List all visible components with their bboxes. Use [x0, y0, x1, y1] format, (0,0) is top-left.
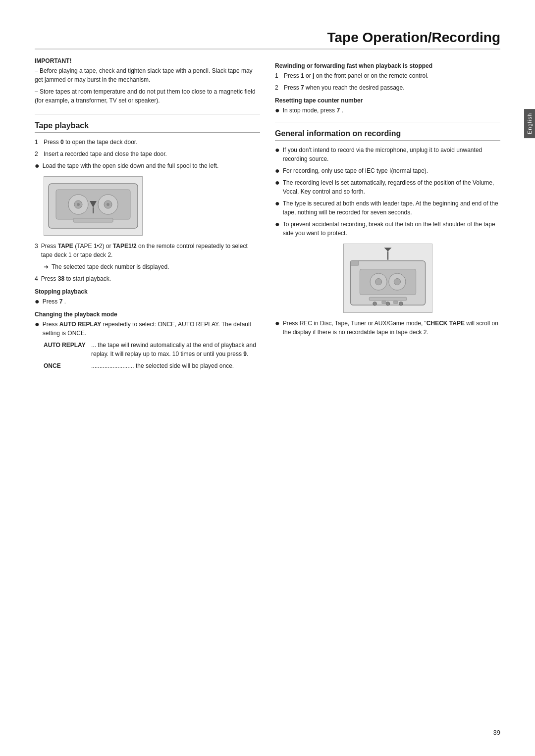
main-content: IMPORTANT! – Before playing a tape, chec… — [35, 57, 500, 373]
gen-bullet-1: ● If you don't intend to record via the … — [275, 146, 500, 163]
resetting-list: ● In stop mode, press 7 . — [275, 106, 500, 115]
divider-right — [275, 122, 500, 122]
gen-bullet-4: ● The type is secured at both ends with … — [275, 199, 500, 217]
page-title: Tape Operation/Recording — [35, 30, 500, 50]
svg-point-10 — [107, 203, 109, 206]
cassette-svg-top — [46, 179, 140, 233]
important-box: IMPORTANT! – Before playing a tape, chec… — [35, 57, 260, 105]
gen-bullet-5: ● To prevent accidental recording, break… — [275, 220, 500, 238]
once-desc: ONCE .......................... the sele… — [35, 361, 260, 370]
gen-bullet-3: ● The recording level is set automatical… — [275, 178, 500, 196]
bullet-load-tape: ● Load the tape with the open side down … — [35, 161, 260, 170]
general-recording-header: General information on recording — [275, 129, 500, 141]
svg-point-9 — [77, 203, 80, 206]
tape-image-bottom — [343, 244, 432, 313]
page: English Tape Operation/Recording IMPORTA… — [0, 0, 535, 756]
rewinding-steps: 1 Press 1 or j on the front panel or on … — [275, 71, 500, 92]
svg-marker-19 — [384, 248, 391, 252]
last-bullet-list: ● Press REC in Disc, Tape, Tuner or AUX/… — [275, 319, 500, 337]
svg-point-22 — [386, 302, 390, 306]
changing-list: ● Press AUTO REPLAY repeatedly to select… — [35, 320, 260, 338]
cassette-svg-bottom — [346, 247, 430, 310]
right-column: Rewinding or forwarding fast when playba… — [275, 57, 500, 373]
left-column: IMPORTANT! – Before playing a tape, chec… — [35, 57, 260, 373]
general-bullets: ● If you don't intend to record via the … — [275, 146, 500, 238]
svg-rect-24 — [381, 301, 386, 304]
resetting-bullet: ● In stop mode, press 7 . — [275, 106, 500, 115]
svg-point-14 — [375, 278, 381, 285]
last-bullet: ● Press REC in Disc, Tape, Tuner or AUX/… — [275, 319, 500, 337]
arrow-selected-deck: ➜ The selected tape deck number is displ… — [35, 262, 260, 271]
rewinding-header: Rewinding or forwarding fast when playba… — [275, 62, 500, 69]
tape-playback-steps: 1 Press 0 to open the tape deck door. 2 … — [35, 138, 260, 158]
changing-bullet: ● Press AUTO REPLAY repeatedly to select… — [35, 320, 260, 338]
svg-rect-17 — [369, 297, 407, 301]
step-3: 3 Press TAPE (TAPE 1•2) or TAPE1/2 on th… — [35, 242, 260, 259]
stopping-header: Stopping playback — [35, 288, 260, 295]
rewind-step-1: 1 Press 1 or j on the front panel or on … — [275, 71, 500, 80]
step-3-wrapper: 3 Press TAPE (TAPE 1•2) or TAPE1/2 on th… — [35, 242, 260, 259]
rewind-step-2: 2 Press 7 when you reach the desired pas… — [275, 83, 500, 92]
stopping-list: ● Press 7 . — [35, 297, 260, 306]
changing-header: Changing the playback mode — [35, 311, 260, 318]
step-4: 4 Press 38 to start playback. — [35, 274, 260, 283]
step-1: 1 Press 0 to open the tape deck door. — [35, 138, 260, 147]
resetting-header: Resetting tape counter number — [275, 97, 500, 104]
svg-point-23 — [399, 302, 403, 306]
divider-1 — [35, 114, 260, 114]
svg-rect-6 — [73, 218, 113, 222]
gen-bullet-2: ● For recording, only use tape of IEC ty… — [275, 166, 500, 175]
english-tab: English — [524, 109, 535, 138]
svg-point-16 — [394, 278, 400, 285]
tape-playback-header: Tape playback — [35, 121, 260, 133]
auto-replay-desc: AUTO REPLAY ... the tape will rewind aut… — [35, 341, 260, 358]
svg-point-21 — [373, 302, 376, 306]
important-line-2: – Store tapes at room temperature and do… — [35, 87, 260, 105]
svg-rect-12 — [360, 269, 416, 295]
page-number: 39 — [493, 729, 500, 736]
step-2: 2 Insert a recorded tape and close the t… — [35, 150, 260, 158]
important-title: IMPORTANT! — [35, 57, 260, 64]
load-tape-bullet: ● Load the tape with the open side down … — [35, 161, 260, 170]
tape-image-top — [44, 176, 143, 236]
svg-rect-25 — [393, 301, 398, 304]
stopping-bullet: ● Press 7 . — [35, 297, 260, 306]
important-line-1: – Before playing a tape, check and tight… — [35, 66, 260, 84]
svg-rect-18 — [350, 261, 359, 265]
